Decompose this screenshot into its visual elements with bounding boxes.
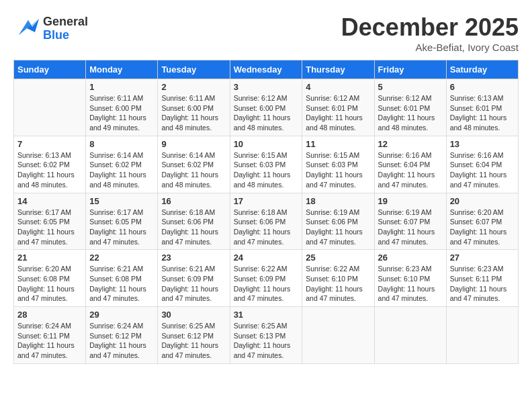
calendar-cell: 28Sunrise: 6:24 AM Sunset: 6:11 PM Dayli… <box>14 307 86 364</box>
day-info: Sunrise: 6:24 AM Sunset: 6:11 PM Dayligh… <box>17 321 82 361</box>
calendar-cell: 31Sunrise: 6:25 AM Sunset: 6:13 PM Dayli… <box>230 307 302 364</box>
day-number: 11 <box>306 139 370 149</box>
day-header-wednesday: Wednesday <box>230 60 302 79</box>
day-number: 31 <box>234 310 299 320</box>
day-number: 30 <box>161 310 226 320</box>
day-info: Sunrise: 6:18 AM Sunset: 6:06 PM Dayligh… <box>234 208 299 247</box>
day-header-friday: Friday <box>374 60 446 79</box>
day-number: 6 <box>450 82 515 92</box>
day-info: Sunrise: 6:21 AM Sunset: 6:09 PM Dayligh… <box>161 264 226 304</box>
calendar-header-row: SundayMondayTuesdayWednesdayThursdayFrid… <box>14 60 519 79</box>
calendar-cell: 8Sunrise: 6:14 AM Sunset: 6:02 PM Daylig… <box>86 136 158 193</box>
calendar-cell: 16Sunrise: 6:18 AM Sunset: 6:06 PM Dayli… <box>158 193 230 250</box>
day-info: Sunrise: 6:16 AM Sunset: 6:04 PM Dayligh… <box>450 150 515 190</box>
calendar-cell: 12Sunrise: 6:16 AM Sunset: 6:04 PM Dayli… <box>374 136 446 193</box>
calendar-week-row: 1Sunrise: 6:11 AM Sunset: 6:00 PM Daylig… <box>14 79 519 136</box>
day-number: 22 <box>89 253 154 263</box>
day-info: Sunrise: 6:23 AM Sunset: 6:10 PM Dayligh… <box>378 264 443 304</box>
day-info: Sunrise: 6:22 AM Sunset: 6:10 PM Dayligh… <box>306 264 370 304</box>
calendar-cell: 11Sunrise: 6:15 AM Sunset: 6:03 PM Dayli… <box>302 136 374 193</box>
day-number: 17 <box>234 196 299 206</box>
title-block: December 2025 Ake-Befiat, Ivory Coast <box>341 13 519 53</box>
logo-bird-icon <box>13 13 40 44</box>
calendar-cell: 15Sunrise: 6:17 AM Sunset: 6:05 PM Dayli… <box>86 193 158 250</box>
calendar-cell: 7Sunrise: 6:13 AM Sunset: 6:02 PM Daylig… <box>14 136 86 193</box>
calendar-week-row: 28Sunrise: 6:24 AM Sunset: 6:11 PM Dayli… <box>14 307 519 364</box>
day-info: Sunrise: 6:23 AM Sunset: 6:11 PM Dayligh… <box>450 264 515 304</box>
day-number: 1 <box>89 82 154 92</box>
logo: General Blue <box>13 13 88 44</box>
calendar-cell <box>374 307 446 364</box>
day-number: 29 <box>89 310 154 320</box>
day-number: 27 <box>450 253 515 263</box>
day-number: 13 <box>450 139 515 149</box>
day-number: 26 <box>378 253 443 263</box>
calendar-week-row: 21Sunrise: 6:20 AM Sunset: 6:08 PM Dayli… <box>14 250 519 307</box>
logo-text: General Blue <box>43 15 88 42</box>
day-header-sunday: Sunday <box>14 60 86 79</box>
calendar-cell: 10Sunrise: 6:15 AM Sunset: 6:03 PM Dayli… <box>230 136 302 193</box>
day-info: Sunrise: 6:18 AM Sunset: 6:06 PM Dayligh… <box>161 208 226 247</box>
calendar-cell: 19Sunrise: 6:19 AM Sunset: 6:07 PM Dayli… <box>374 193 446 250</box>
day-info: Sunrise: 6:11 AM Sunset: 6:00 PM Dayligh… <box>89 93 154 133</box>
day-number: 14 <box>17 196 82 206</box>
calendar-cell: 21Sunrise: 6:20 AM Sunset: 6:08 PM Dayli… <box>14 250 86 307</box>
day-number: 23 <box>161 253 226 263</box>
day-info: Sunrise: 6:15 AM Sunset: 6:03 PM Dayligh… <box>234 150 299 190</box>
day-info: Sunrise: 6:22 AM Sunset: 6:09 PM Dayligh… <box>234 264 299 304</box>
day-info: Sunrise: 6:14 AM Sunset: 6:02 PM Dayligh… <box>161 150 226 190</box>
day-info: Sunrise: 6:17 AM Sunset: 6:05 PM Dayligh… <box>89 208 154 247</box>
calendar-week-row: 14Sunrise: 6:17 AM Sunset: 6:05 PM Dayli… <box>14 193 519 250</box>
calendar-cell: 25Sunrise: 6:22 AM Sunset: 6:10 PM Dayli… <box>302 250 374 307</box>
day-number: 24 <box>234 253 299 263</box>
calendar-cell: 17Sunrise: 6:18 AM Sunset: 6:06 PM Dayli… <box>230 193 302 250</box>
day-info: Sunrise: 6:20 AM Sunset: 6:07 PM Dayligh… <box>450 208 515 247</box>
calendar-cell: 13Sunrise: 6:16 AM Sunset: 6:04 PM Dayli… <box>446 136 518 193</box>
day-info: Sunrise: 6:17 AM Sunset: 6:05 PM Dayligh… <box>17 208 82 247</box>
calendar-week-row: 7Sunrise: 6:13 AM Sunset: 6:02 PM Daylig… <box>14 136 519 193</box>
logo-general: General <box>43 15 88 29</box>
calendar-cell <box>14 79 86 136</box>
day-number: 21 <box>17 253 82 263</box>
day-info: Sunrise: 6:12 AM Sunset: 6:01 PM Dayligh… <box>378 93 443 133</box>
day-number: 28 <box>17 310 82 320</box>
day-info: Sunrise: 6:15 AM Sunset: 6:03 PM Dayligh… <box>306 150 370 190</box>
day-number: 25 <box>306 253 370 263</box>
calendar-cell: 23Sunrise: 6:21 AM Sunset: 6:09 PM Dayli… <box>158 250 230 307</box>
day-header-saturday: Saturday <box>446 60 518 79</box>
calendar-cell: 4Sunrise: 6:12 AM Sunset: 6:01 PM Daylig… <box>302 79 374 136</box>
day-info: Sunrise: 6:19 AM Sunset: 6:06 PM Dayligh… <box>306 208 370 247</box>
day-number: 7 <box>17 139 82 149</box>
calendar-cell: 22Sunrise: 6:21 AM Sunset: 6:08 PM Dayli… <box>86 250 158 307</box>
day-info: Sunrise: 6:25 AM Sunset: 6:13 PM Dayligh… <box>234 321 299 361</box>
calendar-cell <box>446 307 518 364</box>
day-info: Sunrise: 6:20 AM Sunset: 6:08 PM Dayligh… <box>17 264 82 304</box>
day-number: 18 <box>306 196 370 206</box>
calendar-cell: 5Sunrise: 6:12 AM Sunset: 6:01 PM Daylig… <box>374 79 446 136</box>
day-number: 15 <box>89 196 154 206</box>
day-header-monday: Monday <box>86 60 158 79</box>
day-number: 16 <box>161 196 226 206</box>
day-info: Sunrise: 6:16 AM Sunset: 6:04 PM Dayligh… <box>378 150 443 190</box>
calendar-cell: 3Sunrise: 6:12 AM Sunset: 6:00 PM Daylig… <box>230 79 302 136</box>
day-number: 5 <box>378 82 443 92</box>
calendar-cell: 26Sunrise: 6:23 AM Sunset: 6:10 PM Dayli… <box>374 250 446 307</box>
calendar-cell: 24Sunrise: 6:22 AM Sunset: 6:09 PM Dayli… <box>230 250 302 307</box>
day-number: 12 <box>378 139 443 149</box>
calendar-cell: 2Sunrise: 6:11 AM Sunset: 6:00 PM Daylig… <box>158 79 230 136</box>
day-number: 4 <box>306 82 370 92</box>
day-info: Sunrise: 6:25 AM Sunset: 6:12 PM Dayligh… <box>161 321 226 361</box>
day-info: Sunrise: 6:14 AM Sunset: 6:02 PM Dayligh… <box>89 150 154 190</box>
calendar-cell <box>302 307 374 364</box>
calendar-cell: 29Sunrise: 6:24 AM Sunset: 6:12 PM Dayli… <box>86 307 158 364</box>
day-info: Sunrise: 6:24 AM Sunset: 6:12 PM Dayligh… <box>89 321 154 361</box>
page-header: General Blue December 2025 Ake-Befiat, I… <box>13 13 519 53</box>
day-number: 3 <box>234 82 299 92</box>
calendar-cell: 20Sunrise: 6:20 AM Sunset: 6:07 PM Dayli… <box>446 193 518 250</box>
location-subtitle: Ake-Befiat, Ivory Coast <box>341 42 519 53</box>
day-info: Sunrise: 6:19 AM Sunset: 6:07 PM Dayligh… <box>378 208 443 247</box>
day-info: Sunrise: 6:21 AM Sunset: 6:08 PM Dayligh… <box>89 264 154 304</box>
day-info: Sunrise: 6:12 AM Sunset: 6:01 PM Dayligh… <box>306 93 370 133</box>
day-number: 9 <box>161 139 226 149</box>
day-number: 19 <box>378 196 443 206</box>
